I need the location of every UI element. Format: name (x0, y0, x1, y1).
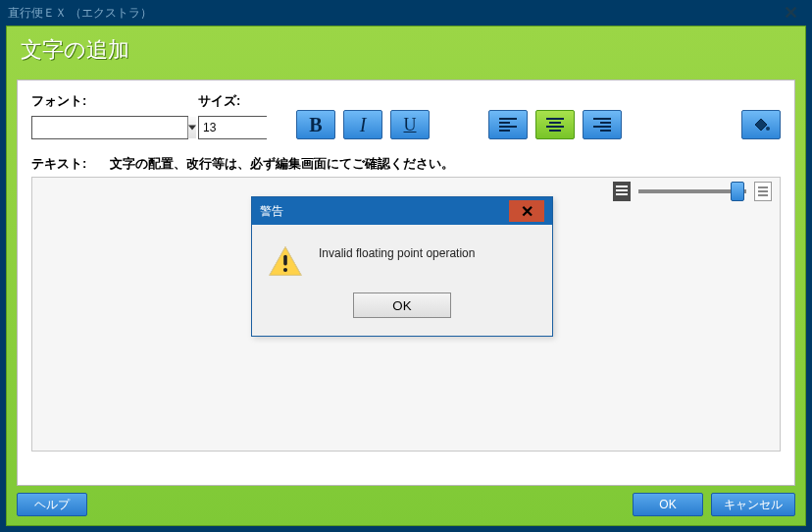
zoom-out-icon[interactable] (613, 182, 631, 201)
italic-icon: I (344, 111, 381, 138)
align-left-icon (489, 111, 527, 138)
svg-rect-13 (283, 255, 287, 266)
banner: 文字の追加 (7, 27, 805, 74)
font-input[interactable] (32, 117, 187, 138)
zoom-slider[interactable] (638, 189, 746, 193)
dialog-message: Invalid floating point operation (319, 246, 475, 260)
text-label-row: テキスト: 文字の配置、改行等は、必ず編集画面にてご確認ください。 (31, 155, 781, 173)
font-combo[interactable] (31, 116, 188, 139)
text-label: テキスト: (31, 155, 86, 173)
style-buttons: B I U (296, 110, 430, 139)
size-group: サイズ: (198, 92, 267, 139)
main-window: 直行便ＥＸ （エクストラ） ✕ 文字の追加 フォント: サイズ: (0, 0, 812, 532)
svg-point-12 (766, 127, 770, 131)
color-button[interactable] (741, 110, 781, 139)
bold-button[interactable]: B (296, 110, 335, 139)
window-close-button[interactable]: ✕ (778, 2, 804, 24)
dialog-body: Invalid floating point operation (252, 225, 552, 293)
chevron-down-icon (188, 125, 196, 131)
zoom-toolbar (613, 182, 772, 201)
footer: ヘルプ OK キャンセル (17, 490, 795, 519)
align-buttons (488, 110, 622, 139)
banner-title: 文字の追加 (21, 35, 129, 65)
font-label: フォント: (31, 92, 188, 110)
paint-bucket-icon (742, 111, 780, 138)
svg-point-14 (283, 268, 287, 272)
format-row: フォント: サイズ: (31, 92, 781, 139)
align-left-button[interactable] (488, 110, 528, 139)
window-title: 直行便ＥＸ （エクストラ） (8, 5, 152, 22)
cancel-button[interactable]: キャンセル (711, 493, 795, 516)
size-label: サイズ: (198, 92, 267, 110)
ok-button[interactable]: OK (633, 493, 703, 516)
font-group: フォント: (31, 92, 188, 139)
dialog-buttons: OK (252, 293, 552, 336)
align-center-icon (536, 111, 574, 138)
warning-icon (268, 244, 303, 281)
text-note: 文字の配置、改行等は、必ず編集画面にてご確認ください。 (110, 155, 454, 173)
dialog-title: 警告 (260, 203, 283, 220)
zoom-slider-thumb[interactable] (731, 182, 744, 201)
help-button[interactable]: ヘルプ (17, 493, 87, 516)
titlebar: 直行便ＥＸ （エクストラ） ✕ (0, 0, 812, 26)
underline-icon: U (391, 111, 429, 138)
zoom-in-icon[interactable] (754, 182, 772, 201)
warning-dialog: 警告 ✕ Invalid floating point operation OK (251, 196, 553, 337)
dialog-close-button[interactable]: ✕ (509, 200, 544, 222)
dialog-ok-button[interactable]: OK (353, 293, 451, 318)
size-combo[interactable] (198, 116, 267, 139)
align-right-icon (584, 111, 621, 138)
underline-button[interactable]: U (390, 110, 430, 139)
align-right-button[interactable] (583, 110, 622, 139)
dialog-titlebar: 警告 ✕ (252, 197, 552, 225)
align-center-button[interactable] (535, 110, 575, 139)
bold-icon: B (297, 111, 334, 138)
font-dropdown-button[interactable] (187, 117, 196, 138)
italic-button[interactable]: I (343, 110, 382, 139)
